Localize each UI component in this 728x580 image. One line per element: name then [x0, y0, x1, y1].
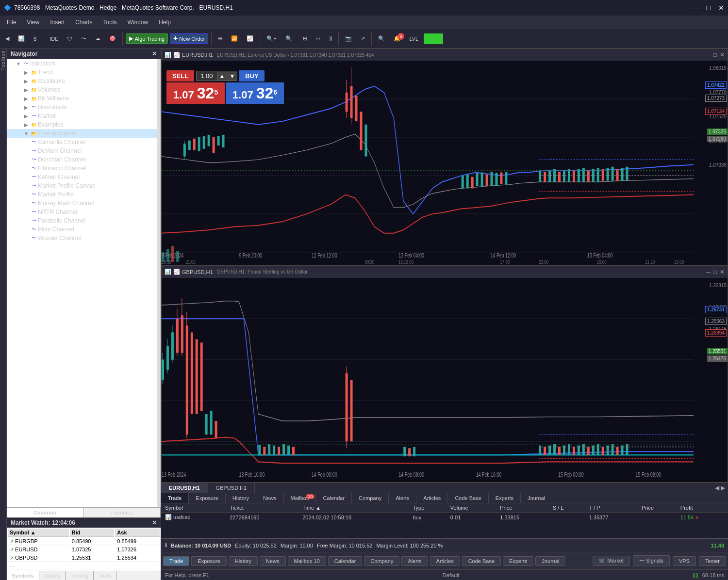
th-sl[interactable]: S / L — [549, 503, 585, 513]
chart-type-btn[interactable]: 📊 — [15, 33, 28, 44]
tab-symbols[interactable]: Symbols — [7, 571, 39, 580]
menu-help[interactable]: Help — [154, 18, 176, 27]
nav-market-profile-canvas[interactable]: 〜 Market Profile Canvas — [7, 181, 157, 190]
eurusd-restore-btn[interactable]: □ — [713, 51, 717, 58]
lot-up[interactable]: ▲ — [217, 72, 227, 81]
new-order-btn[interactable]: ✚ New Order — [170, 33, 208, 44]
back-btn[interactable]: ◀ — [2, 33, 13, 44]
btn-alerts[interactable]: Alerts — [401, 556, 428, 566]
nav-bill-williams[interactable]: ▶ 📁 Bill Williams — [7, 94, 157, 103]
th-tp[interactable]: T / P — [585, 503, 638, 513]
btn-articles[interactable]: Articles — [430, 556, 460, 566]
minimize-btn[interactable]: ─ — [694, 4, 699, 12]
gbpusd-minimize-btn[interactable]: ─ — [706, 269, 711, 275]
wave-btn[interactable]: 〜 — [78, 33, 90, 44]
table-row[interactable]: ↗ EURUSD 1.07325 1.07326 — [8, 546, 160, 553]
tab-history[interactable]: History — [226, 493, 256, 503]
screenshot-btn[interactable]: 📷 — [342, 33, 355, 44]
tab-exposure[interactable]: Exposure — [189, 493, 225, 503]
tab-mailbox[interactable]: Mailbox 10 — [284, 493, 316, 503]
btn-history[interactable]: History — [229, 556, 258, 566]
col-symbol[interactable]: Symbol ▲ — [8, 529, 69, 537]
tab-ticks[interactable]: Ticks — [94, 571, 116, 580]
target-btn[interactable]: 🎯 — [106, 33, 119, 44]
period-btn[interactable]: ⇔ — [313, 33, 324, 44]
eurusd-close-btn[interactable]: ✕ — [720, 51, 725, 58]
buy-btn[interactable]: BUY — [239, 70, 264, 81]
th-ticket[interactable]: Ticket — [226, 503, 298, 513]
navigator-scrollbar[interactable] — [157, 59, 161, 507]
btn-mailbox[interactable]: Mailbox 10 — [288, 556, 326, 566]
chart-tab-scroll[interactable]: ◀ ▶ — [712, 484, 728, 491]
sell-btn[interactable]: SELL — [166, 70, 194, 81]
table-row[interactable]: ↗ GBPUSD 1.25531 1.25534 — [8, 554, 160, 562]
col-bid[interactable]: Bid — [70, 529, 115, 537]
tab-articles[interactable]: Articles — [416, 493, 448, 503]
nav-keltner[interactable]: 〜 Keltner Channel — [7, 173, 157, 181]
th-price[interactable]: Price — [496, 503, 548, 513]
tab-news[interactable]: News — [256, 493, 284, 503]
nav-indicators[interactable]: ▼ 〜 Indicators — [7, 59, 157, 68]
th-symbol[interactable]: Symbol — [161, 503, 226, 513]
nav-oscillators[interactable]: ▶ 📁 Oscillators — [7, 77, 157, 85]
lot-down[interactable]: ▼ — [227, 72, 237, 81]
candle-btn[interactable]: 📈 — [243, 33, 257, 44]
indicator-btn[interactable]: ⟩| — [326, 33, 336, 44]
titlebar-controls[interactable]: ─ □ ✕ — [694, 4, 724, 12]
notif-btn[interactable]: 🔔8 — [390, 33, 404, 44]
cloud-btn[interactable]: ☁ — [92, 33, 104, 44]
menu-tools[interactable]: Tools — [99, 18, 122, 27]
tab-company[interactable]: Company — [352, 493, 389, 503]
nav-parabolic[interactable]: 〜 Parabolic Channel — [7, 216, 157, 225]
btn-signals[interactable]: 〜 Signals — [633, 555, 670, 566]
buy-price[interactable]: 1.07 326 — [226, 82, 284, 104]
btn-trade[interactable]: Trade — [163, 556, 189, 566]
crosshair-btn[interactable]: ⊕ — [215, 33, 226, 44]
nav-fibonacci[interactable]: 〜 Fibonacci Channel — [7, 164, 157, 173]
eurusd-minimize-btn[interactable]: ─ — [706, 51, 711, 58]
tab-journal[interactable]: Journal — [521, 493, 552, 503]
nav-nrtr[interactable]: 〜 NRTR Channel — [7, 208, 157, 216]
menu-charts[interactable]: Charts — [70, 18, 97, 27]
btn-news[interactable]: News — [260, 556, 286, 566]
close-trade-btn[interactable]: ✕ — [695, 515, 699, 520]
lvl-btn[interactable]: LVL — [406, 34, 422, 44]
mw-close-btn[interactable]: ✕ — [152, 519, 157, 526]
tab-eurusd-h1[interactable]: EURUSD,H1 — [161, 483, 208, 493]
menu-view[interactable]: View — [22, 18, 44, 27]
nav-downloads[interactable]: ▶ 〜 Downloads — [7, 103, 157, 112]
tab-common[interactable]: Common — [7, 508, 84, 517]
close-btn[interactable]: ✕ — [718, 4, 724, 12]
zoom-in-btn[interactable]: 🔍+ — [263, 33, 280, 44]
nav-volumes[interactable]: ▶ 📁 Volumes — [7, 85, 157, 94]
nav-market[interactable]: ▶ 〜 Market — [7, 112, 157, 120]
shield-btn[interactable]: 🛡 — [64, 34, 76, 44]
tab-calendar[interactable]: Calendar — [316, 493, 352, 503]
menu-file[interactable]: File — [2, 18, 21, 27]
gbpusd-restore-btn[interactable]: □ — [713, 269, 717, 275]
nav-trend[interactable]: ▶ 📁 Trend — [7, 68, 157, 77]
btn-vps[interactable]: VPS — [673, 556, 696, 566]
cursor-btn[interactable]: ↗ — [357, 33, 368, 44]
nav-examples[interactable]: ▶ 📁 Examples — [7, 120, 157, 129]
tab-alerts[interactable]: Alerts — [389, 493, 416, 503]
tab-gbpusd-h1[interactable]: GBPUSD,H1 — [208, 483, 255, 493]
search-btn[interactable]: 🔍 — [375, 33, 388, 44]
nav-demark[interactable]: 〜 DeMark Channel — [7, 146, 157, 155]
tab-experts[interactable]: Experts — [489, 493, 521, 503]
table-row[interactable]: ↗ EURGBP 0.85490 0.85499 — [8, 538, 160, 545]
navigator-close-btn[interactable]: ✕ — [152, 50, 157, 57]
ide-btn[interactable]: IDE — [46, 34, 62, 44]
th-profit[interactable]: Profit — [677, 503, 728, 513]
btn-exposure[interactable]: Exposure — [191, 556, 226, 566]
tab-trade[interactable]: Trade — [161, 493, 189, 503]
btn-codebase[interactable]: Code Base — [462, 556, 501, 566]
zoom-out-btn[interactable]: 🔍- — [282, 33, 298, 44]
gbpusd-close-btn[interactable]: ✕ — [720, 269, 725, 275]
grid-btn[interactable]: ⊞ — [299, 33, 311, 44]
tab-favorites[interactable]: Favorites — [84, 508, 161, 517]
btn-experts[interactable]: Experts — [503, 556, 533, 566]
btn-company[interactable]: Company — [364, 556, 399, 566]
algo-trading-btn[interactable]: ▶ Algo Trading — [126, 33, 168, 44]
th-time[interactable]: Time ▲ — [298, 503, 409, 513]
